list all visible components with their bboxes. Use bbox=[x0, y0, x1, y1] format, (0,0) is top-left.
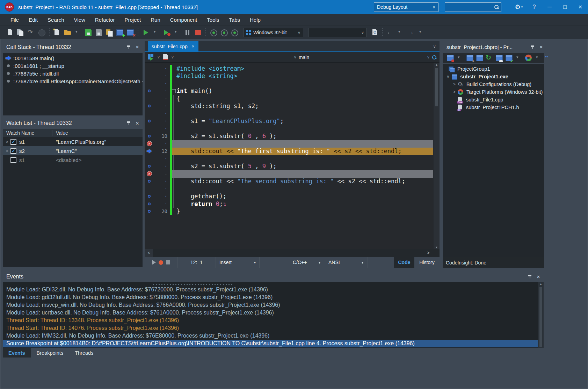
scroll-up-icon[interactable]: ▲ bbox=[539, 282, 543, 286]
scroll-left-icon[interactable]: < bbox=[145, 249, 153, 257]
scroll-right-icon[interactable]: > bbox=[424, 249, 433, 257]
call-stack-frame[interactable]: :001a1681 ; __startup bbox=[3, 62, 143, 70]
pin-icon[interactable] bbox=[530, 45, 535, 50]
expand-chevron-icon[interactable]: > bbox=[4, 139, 10, 144]
run-dropdown-icon[interactable] bbox=[152, 28, 161, 37]
bottom-tab-events[interactable]: Events bbox=[3, 348, 31, 358]
trace-into-icon[interactable] bbox=[219, 28, 228, 37]
bottom-tab-threads[interactable]: Threads bbox=[69, 348, 99, 358]
invalid-breakpoint-icon[interactable]: × bbox=[147, 171, 152, 176]
breakpoint-dot-icon[interactable] bbox=[148, 203, 151, 205]
tree-item[interactable]: substr_File1.cpp bbox=[443, 96, 544, 104]
code-line[interactable]: · std::string s1, s2; bbox=[145, 102, 433, 110]
run-without-debugging-icon[interactable] bbox=[162, 28, 171, 37]
minimize-button[interactable]: ─ bbox=[542, 0, 557, 14]
breakpoint-dot-icon[interactable] bbox=[148, 180, 151, 183]
build-config-select[interactable]: ∨ bbox=[308, 28, 367, 37]
tree-item[interactable]: >Build Configurations (Debug) bbox=[443, 80, 544, 88]
gutter-breakpoint-cell[interactable] bbox=[145, 135, 154, 137]
open-file-icon[interactable] bbox=[16, 28, 25, 37]
watch-value-column-header[interactable]: Value bbox=[52, 130, 68, 136]
macro-play-icon[interactable] bbox=[152, 260, 156, 265]
remove-file-icon[interactable] bbox=[446, 54, 454, 62]
code-line[interactable]: · bbox=[145, 125, 433, 133]
event-row[interactable]: Module Load: IMM32.dll. No Debug Info. B… bbox=[3, 332, 544, 340]
encoding-select[interactable]: ANSI ▾ bbox=[324, 257, 368, 268]
code-line[interactable]: ·#include <iostream> bbox=[145, 65, 433, 72]
module-view-icon[interactable] bbox=[147, 54, 155, 61]
code-line[interactable]: ·#include <string> bbox=[145, 72, 433, 80]
program-reset-icon[interactable] bbox=[194, 28, 203, 37]
gutter-breakpoint-cell[interactable] bbox=[145, 210, 154, 213]
navigate-forward-dropdown-icon[interactable] bbox=[417, 28, 426, 37]
tree-item[interactable]: ProjectGroup1 bbox=[443, 65, 544, 73]
ide-search-input[interactable] bbox=[445, 2, 501, 12]
step-over-icon[interactable] bbox=[209, 28, 218, 37]
gutter-breakpoint-cell[interactable] bbox=[145, 203, 154, 205]
gutter-breakpoint-cell[interactable] bbox=[145, 105, 154, 107]
code-line[interactable]: ×· bbox=[145, 140, 433, 148]
tree-item[interactable]: substr_Project1PCH1.h bbox=[443, 104, 544, 111]
chevron-down-icon[interactable]: ∨ bbox=[157, 55, 160, 59]
watch-row[interactable]: s1<disabled> bbox=[3, 155, 143, 164]
new-items-icon[interactable] bbox=[52, 28, 61, 37]
gutter-breakpoint-cell[interactable] bbox=[145, 90, 154, 92]
code-line[interactable]: · s1 = "LearnCPlusPlus.org"; bbox=[145, 118, 433, 125]
event-row[interactable]: Module Load: ucrtbase.dll. No Debug Info… bbox=[3, 309, 544, 317]
watch-name-column-header[interactable]: Watch Name bbox=[3, 130, 52, 136]
pause-icon[interactable] bbox=[183, 28, 192, 37]
code-line[interactable]: · bbox=[145, 155, 433, 163]
chevron-down-icon[interactable]: ∨ bbox=[171, 55, 174, 59]
menu-item-component[interactable]: Component bbox=[165, 17, 202, 23]
code-line[interactable]: · bbox=[145, 185, 433, 193]
editor-vertical-scrollbar[interactable]: ▴ ▾ bbox=[434, 63, 440, 249]
settings-button[interactable]: ⚙▾ bbox=[511, 0, 527, 14]
bottom-tab-breakpoints[interactable]: Breakpoints bbox=[31, 348, 69, 358]
code-line[interactable]: · getchar(); bbox=[145, 193, 433, 200]
breakpoint-dot-icon[interactable] bbox=[148, 120, 151, 122]
open-project-icon[interactable] bbox=[63, 28, 72, 37]
maximize-button[interactable]: □ bbox=[557, 0, 573, 14]
targets-dropdown-icon[interactable] bbox=[534, 54, 542, 62]
code-line[interactable]: ×- bbox=[145, 170, 433, 178]
watch-checkbox[interactable]: ✓ bbox=[10, 139, 16, 145]
code-line[interactable]: · s2 = s1.substr( 5 , 9 ); bbox=[145, 163, 433, 170]
scroll-up-icon[interactable]: ▴ bbox=[436, 63, 437, 66]
undo-icon[interactable] bbox=[27, 28, 36, 37]
editor-horizontal-scrollbar[interactable]: < > bbox=[145, 249, 440, 257]
expand-chevron-icon[interactable]: > bbox=[4, 148, 10, 154]
menu-item-view[interactable]: View bbox=[69, 17, 90, 23]
menu-item-tabs[interactable]: Tabs bbox=[224, 17, 245, 23]
remove-file-dropdown-icon[interactable] bbox=[456, 54, 464, 62]
add-new-icon[interactable] bbox=[465, 54, 474, 62]
code-line[interactable]: 10 s2 = s1.substr( 0 , 6 ); bbox=[145, 133, 433, 140]
chevron-collapsed-icon[interactable]: > bbox=[451, 90, 457, 94]
menu-item-file[interactable]: File bbox=[6, 17, 24, 23]
add-existing-icon[interactable] bbox=[475, 54, 484, 62]
scroll-down-icon[interactable]: ▾ bbox=[436, 245, 437, 249]
breakpoint-dot-icon[interactable] bbox=[148, 210, 151, 213]
gutter-breakpoint-cell[interactable]: × bbox=[145, 171, 154, 176]
gutter-breakpoint-cell[interactable]: × bbox=[145, 141, 154, 146]
code-line[interactable]: -{ bbox=[145, 95, 433, 102]
event-row[interactable]: Module Load: gdi32full.dll. No Debug Inf… bbox=[3, 293, 544, 301]
save-as-icon[interactable] bbox=[94, 28, 103, 37]
watch-checkbox[interactable] bbox=[10, 157, 16, 163]
event-row[interactable]: Thread Start: Thread ID: 13348. Process … bbox=[3, 317, 544, 324]
breakpoint-dot-icon[interactable] bbox=[148, 90, 151, 92]
build-icon[interactable] bbox=[504, 54, 513, 62]
save-icon[interactable] bbox=[84, 28, 93, 37]
tree-item[interactable]: ∨substr_Project1.exe bbox=[443, 73, 544, 80]
breakpoint-dot-icon[interactable] bbox=[148, 135, 151, 137]
history-view-tab[interactable]: History bbox=[414, 260, 440, 265]
code-line[interactable]: · return 0;↴ bbox=[145, 200, 433, 208]
call-stack-frame[interactable]: :77687b5e ; ntdll.dll bbox=[3, 70, 143, 77]
pin-icon[interactable] bbox=[528, 274, 532, 279]
targets-icon[interactable] bbox=[524, 54, 532, 62]
gutter-breakpoint-cell[interactable] bbox=[145, 180, 154, 183]
close-panel-icon[interactable]: × bbox=[536, 274, 541, 280]
call-stack-frame[interactable]: :00181589 main() bbox=[3, 54, 143, 62]
code-line[interactable]: ·-int main() bbox=[145, 87, 433, 95]
gutter-breakpoint-cell[interactable] bbox=[145, 120, 154, 122]
code-line[interactable]: 12 std::cout << "The first substring is:… bbox=[145, 148, 433, 155]
